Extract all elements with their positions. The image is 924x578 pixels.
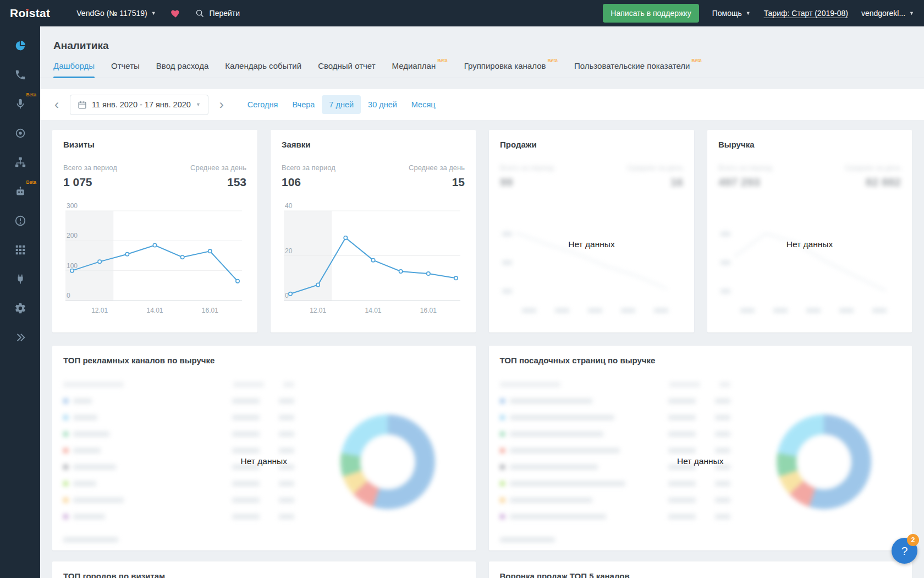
help-menu[interactable]: Помощь ▼ bbox=[712, 9, 751, 18]
svg-text:12.01: 12.01 bbox=[91, 307, 108, 314]
sidebar-item-settings[interactable] bbox=[0, 295, 40, 324]
date-range-select[interactable]: 11 янв. 2020 - 17 янв. 2020 ▼ bbox=[70, 95, 208, 115]
no-data-label: Нет данных bbox=[489, 239, 694, 249]
revenue-card: Выручка Всего за период 497 293 Среднее … bbox=[707, 130, 912, 332]
sidebar-item-collapse[interactable] bbox=[0, 324, 40, 353]
sales-card: Продажи Всего за период 99 Среднее за де… bbox=[489, 130, 694, 332]
alert-circle-icon bbox=[14, 215, 26, 229]
favorites-button[interactable] bbox=[170, 8, 181, 19]
beta-badge: Beta bbox=[547, 58, 558, 63]
tab-summary-report[interactable]: Сводный отчет bbox=[318, 61, 375, 78]
sidebar: BetaBeta bbox=[0, 0, 40, 578]
tab-expense-input[interactable]: Ввод расхода bbox=[156, 61, 208, 78]
card-title: Заявки bbox=[282, 140, 465, 149]
tab-label: Дашборды bbox=[53, 61, 95, 70]
quick-filter-month[interactable]: Месяц bbox=[404, 95, 443, 114]
tab-label: Ввод расхода bbox=[156, 61, 208, 70]
project-selector[interactable]: VendGo (№ 117519) ▼ bbox=[76, 9, 156, 18]
quick-filter-30-days[interactable]: 30 дней bbox=[361, 95, 404, 114]
sidebar-item-robot[interactable]: Beta bbox=[0, 178, 40, 207]
beta-badge: Beta bbox=[26, 179, 36, 185]
project-name: VendGo (№ 117519) bbox=[76, 9, 147, 18]
date-range-value: 11 янв. 2020 - 17 янв. 2020 bbox=[92, 100, 191, 109]
target-icon bbox=[14, 127, 26, 141]
topbar-right: Написать в поддержку Помощь ▼ Тариф: Ста… bbox=[603, 4, 914, 23]
help-button[interactable]: ? 2 bbox=[892, 538, 917, 564]
collapse-icon bbox=[14, 331, 26, 346]
svg-text:0: 0 bbox=[67, 292, 70, 299]
revenue-total-value: 497 293 bbox=[718, 176, 772, 189]
total-period-block: Всего за период 1 075 bbox=[63, 163, 117, 189]
revenue-ghost-chart bbox=[718, 203, 901, 316]
microphone-icon bbox=[14, 98, 26, 112]
avg-day-label: Среднее за день bbox=[190, 163, 246, 172]
beta-badge: Beta bbox=[691, 58, 702, 63]
svg-text:20: 20 bbox=[285, 247, 293, 255]
tab-custom-metrics[interactable]: Пользовательские показателиBeta bbox=[574, 61, 702, 78]
tab-dashboards[interactable]: Дашборды bbox=[53, 61, 95, 78]
sidebar-item-scenarios[interactable] bbox=[0, 149, 40, 178]
card-title: ТОП городов по визитам bbox=[63, 571, 465, 578]
card-title: ТОП рекламных каналов по выручке bbox=[63, 356, 465, 365]
svg-text:0: 0 bbox=[285, 292, 289, 299]
card-title: Выручка bbox=[718, 140, 901, 149]
tab-label: Группировка каналов bbox=[464, 61, 546, 70]
sidebar-item-calltracking[interactable] bbox=[0, 61, 40, 90]
svg-text:16.01: 16.01 bbox=[202, 307, 218, 314]
chevron-down-icon: ▼ bbox=[746, 11, 751, 16]
bottom-row: ТОП городов по визитам Воронка продаж ТО… bbox=[52, 561, 912, 578]
sidebar-item-goals[interactable] bbox=[0, 119, 40, 149]
sidebar-item-services[interactable] bbox=[0, 236, 40, 265]
total-period-label: Всего за период bbox=[500, 163, 554, 172]
tab-channel-grouping[interactable]: Группировка каналовBeta bbox=[464, 61, 558, 78]
roistat-logo[interactable]: Roistat bbox=[10, 7, 50, 20]
tab-media-plan[interactable]: МедиапланBeta bbox=[392, 61, 448, 78]
tab-reports[interactable]: Отчеты bbox=[111, 61, 140, 78]
chevron-down-icon: ▼ bbox=[151, 11, 156, 16]
card-title: Воронка продаж ТОП 5 каналов bbox=[500, 571, 901, 578]
user-menu[interactable]: vendgorekl... ▼ bbox=[861, 9, 914, 18]
tab-events-calendar[interactable]: Календарь событий bbox=[225, 61, 301, 78]
plug-icon bbox=[14, 273, 26, 287]
section-tabs: ДашбордыОтчетыВвод расходаКалендарь собы… bbox=[40, 61, 924, 78]
support-button[interactable]: Написать в поддержку bbox=[603, 4, 698, 23]
tab-label: Пользовательские показатели bbox=[574, 61, 690, 70]
total-period-label: Всего за период bbox=[282, 163, 336, 172]
question-mark-icon: ? bbox=[901, 544, 908, 558]
sidebar-item-alerts[interactable] bbox=[0, 207, 40, 236]
search-icon bbox=[195, 9, 205, 18]
chevron-down-icon: ▼ bbox=[909, 11, 914, 16]
sidebar-item-integrations[interactable] bbox=[0, 265, 40, 295]
avg-day-label: Среднее за день bbox=[845, 163, 901, 172]
svg-text:14.01: 14.01 bbox=[365, 307, 381, 314]
tab-label: Сводный отчет bbox=[318, 61, 375, 70]
avg-day-block: Среднее за день 153 bbox=[190, 163, 246, 189]
total-period-label: Всего за период bbox=[63, 163, 117, 172]
visits-line-chart: 010020030012.0114.0116.01 bbox=[63, 203, 246, 316]
card-title: Продажи bbox=[500, 140, 683, 149]
card-title: ТОП посадочных страниц по выручке bbox=[500, 356, 901, 365]
sidebar-item-speech-analytics[interactable]: Beta bbox=[0, 90, 40, 119]
beta-badge: Beta bbox=[437, 58, 448, 63]
leads-total-value: 106 bbox=[282, 176, 336, 189]
next-period-button[interactable]: › bbox=[213, 95, 230, 114]
sidebar-item-analytics[interactable] bbox=[0, 32, 40, 61]
avg-day-label: Среднее за день bbox=[627, 163, 683, 172]
tab-label: Календарь событий bbox=[225, 61, 301, 70]
stats-row: Визиты Всего за период 1 075 Среднее за … bbox=[52, 130, 912, 332]
total-period-label: Всего за период bbox=[718, 163, 772, 172]
quick-filter-yesterday[interactable]: Вчера bbox=[285, 95, 322, 114]
page-title: Аналитика bbox=[53, 40, 911, 52]
no-data-label: Нет данных bbox=[52, 456, 476, 466]
quick-filter-today[interactable]: Сегодня bbox=[240, 95, 285, 114]
quick-period-filters: СегодняВчера7 дней30 днейМесяц bbox=[240, 95, 443, 114]
tab-label: Отчеты bbox=[111, 61, 140, 70]
quick-filter-7-days[interactable]: 7 дней bbox=[322, 95, 361, 114]
tariff-link[interactable]: Тариф: Старт (2019-08) bbox=[764, 9, 848, 18]
robot-icon bbox=[14, 186, 26, 200]
notification-badge: 2 bbox=[907, 534, 919, 546]
beta-badge: Beta bbox=[26, 92, 36, 97]
prev-period-button[interactable]: ‹ bbox=[48, 95, 65, 114]
avg-day-label: Среднее за день bbox=[409, 163, 465, 172]
global-search[interactable]: Перейти bbox=[195, 9, 240, 18]
